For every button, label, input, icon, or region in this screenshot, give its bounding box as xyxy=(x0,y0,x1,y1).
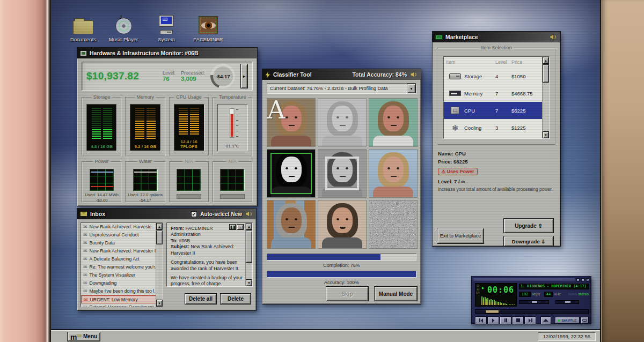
balance-value: $10,937.82 xyxy=(86,70,139,82)
scroll-up-button[interactable]: ▲ xyxy=(543,57,549,64)
message-row[interactable]: ✉New Rank Achieved: Harveste... xyxy=(81,223,163,231)
message-row[interactable]: ✉The System Visualizer xyxy=(81,271,163,279)
speaker-icon[interactable] xyxy=(410,71,418,78)
message-row[interactable]: ✉Maybe I've been doing this too l... xyxy=(81,287,163,295)
speaker-icon[interactable] xyxy=(550,34,558,40)
message-row[interactable]: ✉Unprofessional Conduct xyxy=(81,231,163,239)
shuffle-button[interactable]: SHUFFLE xyxy=(555,317,580,324)
item-row-storage[interactable]: Storage 4 $1050 xyxy=(444,68,549,85)
desktop-icon-faceminer[interactable]: FACEMINER xyxy=(188,13,229,42)
face-image-cell-focused[interactable] xyxy=(318,149,367,198)
storage-gauge: Storage 4.8 / 16 GB xyxy=(82,97,122,156)
skip-button-disabled[interactable]: Skip xyxy=(326,286,369,301)
gauges-row-secondary: Power Used: 14.47 MWh-$0.00 Water Used: … xyxy=(82,161,253,203)
clutterbar[interactable]: OAIDV xyxy=(476,284,480,306)
scrollbar-thumb[interactable] xyxy=(246,231,252,263)
message-row[interactable]: ✉Bounty Data xyxy=(81,239,163,247)
name-label: Name: xyxy=(438,151,453,157)
message-row[interactable]: ✉Re: The warmest welcome you'r... xyxy=(81,263,163,271)
track-title-display: 1. HIDDENOS - HOPEMINER (4:17) xyxy=(519,284,589,289)
face-image-cell[interactable] xyxy=(267,200,316,249)
auto-select-checkbox[interactable]: ✓ xyxy=(191,211,197,217)
dropdown-arrow-button[interactable]: ▼ xyxy=(407,84,416,93)
seek-bar[interactable] xyxy=(475,309,589,314)
face-image-cell[interactable] xyxy=(369,98,418,147)
menu-button[interactable]: mOS Menu xyxy=(67,332,100,341)
eyes-shape xyxy=(286,218,288,220)
scroll-up-button[interactable]: ▲ xyxy=(156,223,163,230)
face-image-cell-selected[interactable] xyxy=(267,149,316,198)
face-image-cell[interactable]: A xyxy=(267,98,316,147)
mouth-shape xyxy=(391,176,397,177)
message-row-urgent[interactable]: ✉URGENT: Low Memory xyxy=(81,295,163,303)
marketplace-titlebar[interactable]: Marketplace xyxy=(433,32,560,42)
item-level: 7 xyxy=(495,91,511,96)
expand-button[interactable]: ▸ xyxy=(240,64,248,88)
repeat-button[interactable] xyxy=(581,317,589,324)
message-row[interactable]: ✉External Message: Recruitment xyxy=(81,303,163,307)
inbox-titlebar[interactable]: Inbox ✓ Auto-select New xyxy=(77,209,256,219)
face-image-cell[interactable] xyxy=(318,98,367,147)
scrollbar-thumb[interactable] xyxy=(156,231,163,244)
face-image-cell[interactable] xyxy=(369,149,418,198)
eject-button[interactable] xyxy=(540,316,551,324)
exit-marketplace-button[interactable]: Exit to Marketplace xyxy=(437,228,484,244)
volume-slider[interactable] xyxy=(519,300,549,304)
memory-lcd: 9.2 / 16 GB xyxy=(130,104,160,151)
message-body: Congratulations, you have been awarded t… xyxy=(171,259,243,272)
item-row-cpu-selected[interactable]: CPU 7 $6225 xyxy=(444,102,549,119)
monitor-icon xyxy=(80,50,87,56)
face-image-cell-static[interactable] xyxy=(369,200,418,249)
message-list-scrollbar[interactable]: ▲ ▼ xyxy=(156,223,163,307)
desktop-icon-system[interactable]: System xyxy=(146,13,187,42)
scroll-down-button[interactable]: ▼ xyxy=(543,131,549,138)
reading-scrollbar[interactable]: ▲ ▼ xyxy=(245,223,252,286)
samplerate-unit: kHz xyxy=(554,292,561,296)
scrollbar-thumb[interactable] xyxy=(543,64,549,83)
monitor-bezel-right xyxy=(600,0,644,342)
cash-icon xyxy=(435,35,443,40)
seek-thumb[interactable] xyxy=(485,310,499,314)
upgrade-button[interactable]: Upgrade ⇧ xyxy=(503,218,554,233)
close-icon[interactable]: ✕ xyxy=(586,278,589,281)
dataset-dropdown[interactable]: Current Dataset: 76.76% - 2.42GB - Bulk … xyxy=(267,83,416,94)
item-selection-group: Item Selection Item Level Price Storage … xyxy=(437,48,556,145)
stop-button[interactable] xyxy=(512,316,524,324)
pause-button[interactable]: ❚❚ xyxy=(229,224,236,230)
speaker-icon[interactable] xyxy=(245,211,253,217)
next-button[interactable] xyxy=(524,316,536,324)
player-titlebar[interactable]: ✕ xyxy=(473,278,589,281)
classifier-titlebar[interactable]: Classifier Tool Total Accuracy: 84% xyxy=(262,69,421,80)
storage-icon xyxy=(449,73,461,79)
shade-button[interactable] xyxy=(581,278,584,281)
message-row[interactable]: ✉Downgrading xyxy=(81,279,163,287)
scroll-up-button[interactable]: ▲ xyxy=(246,223,252,230)
popout-button[interactable]: ▫ xyxy=(237,224,244,230)
pause-button[interactable] xyxy=(500,316,511,324)
scroll-down-button[interactable]: ▼ xyxy=(246,279,252,286)
desktop-icon-music-player[interactable]: ♪ Music Player xyxy=(103,13,144,42)
menu-label: Menu xyxy=(83,333,97,339)
desktop-icon-documents[interactable]: Documents xyxy=(63,13,104,42)
thermometer: 81.1°C xyxy=(217,104,248,151)
shoulders-shape xyxy=(271,187,311,198)
delete-button[interactable]: Delete xyxy=(220,293,251,304)
eyes-shape xyxy=(387,116,390,118)
manual-mode-button[interactable]: Manual Mode xyxy=(374,286,418,301)
item-row-cooling[interactable]: ❄ Cooling 3 $1225 xyxy=(444,119,549,136)
water-graph xyxy=(133,169,158,191)
item-list-scrollbar[interactable]: ▲ ▼ xyxy=(542,57,549,138)
balance-slider[interactable] xyxy=(555,300,579,304)
message-row[interactable]: ✉A Delicate Balancing Act xyxy=(81,255,163,263)
scroll-down-button[interactable]: ▼ xyxy=(156,300,163,307)
item-row-memory[interactable]: Memory 7 $4668.75 xyxy=(444,85,549,102)
hardware-monitor-titlebar[interactable]: Hardware & Infrastructure Monitor: #06B xyxy=(77,48,257,58)
message-list: ✉New Rank Achieved: Harveste... ✉Unprofe… xyxy=(80,222,163,307)
play-button[interactable] xyxy=(487,316,499,324)
message-row[interactable]: ✉New Rank Achieved: Harvester I xyxy=(81,247,163,255)
delete-all-button[interactable]: Delete all xyxy=(185,293,217,304)
downgrade-button[interactable]: Downgrade ⇩ xyxy=(503,236,554,247)
minimize-button[interactable] xyxy=(576,278,580,281)
previous-button[interactable] xyxy=(475,316,487,324)
face-image-cell[interactable] xyxy=(318,200,367,249)
